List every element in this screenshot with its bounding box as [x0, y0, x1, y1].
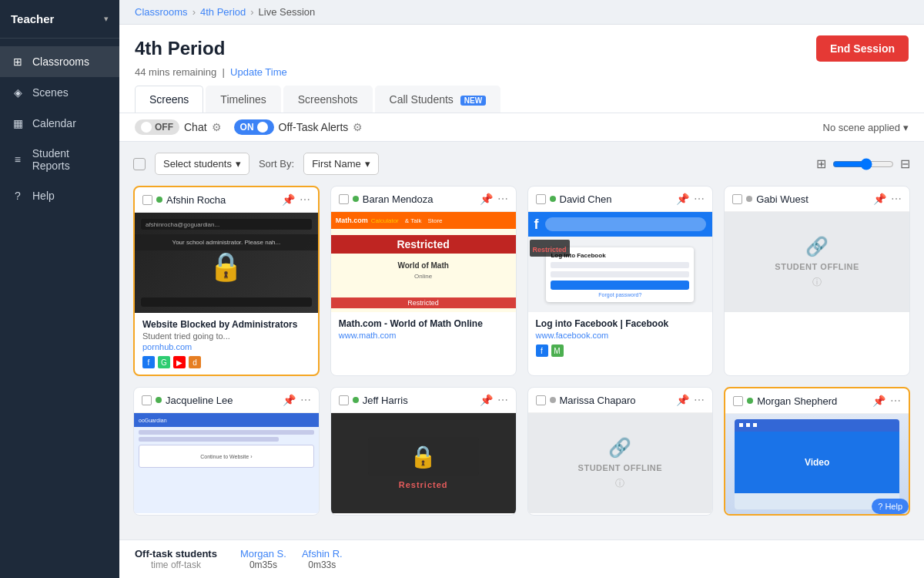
- page-header-top: 4th Period End Session: [135, 35, 909, 62]
- info-icon[interactable]: ⓘ: [812, 276, 822, 289]
- card-actions: 📌 ⋯: [873, 193, 902, 205]
- zoom-slider[interactable]: [832, 158, 894, 170]
- student-checkbox[interactable]: [733, 396, 743, 406]
- pin-icon[interactable]: 📌: [283, 394, 296, 406]
- sidebar-item-scenes[interactable]: ◈ Scenes: [0, 77, 119, 108]
- more-icon[interactable]: ⋯: [300, 193, 310, 206]
- sidebar-item-calendar[interactable]: ▦ Calendar: [0, 108, 119, 139]
- offtask-toggle-section: ON Off-Task Alerts ⚙: [234, 119, 363, 135]
- grid-large-icon[interactable]: ⊟: [900, 156, 910, 171]
- sidebar-item-help[interactable]: ? Help: [0, 180, 119, 211]
- more-icon[interactable]: ⋯: [890, 395, 901, 407]
- student1-link[interactable]: Morgan S.: [240, 548, 286, 560]
- student-checkbox[interactable]: [339, 194, 349, 204]
- math-header: Math.com Calculator & Talk Store: [331, 212, 516, 229]
- off-task-student2: Afshin R. 0m33s: [302, 548, 343, 570]
- student-checkbox[interactable]: [536, 194, 546, 204]
- student-checkbox[interactable]: [142, 195, 152, 205]
- chevron-down-icon: ▾: [236, 158, 241, 170]
- toggle-circle: [141, 122, 152, 133]
- time-remaining: 44 mins remaining | Update Time: [135, 66, 909, 78]
- pin-icon[interactable]: 📌: [676, 193, 689, 205]
- pin-icon[interactable]: 📌: [282, 193, 295, 206]
- card-header: Baran Mendoza 📌 ⋯: [331, 187, 516, 212]
- student-name: Marissa Chaparo: [560, 395, 636, 406]
- student-name-row: Gabi Wuest: [732, 193, 808, 205]
- student-checkbox[interactable]: [732, 194, 742, 204]
- card-screenshot-facebook: f Log into Facebook Forgot password?: [528, 212, 713, 312]
- tab-screenshots[interactable]: Screenshots: [283, 86, 373, 113]
- more-icon[interactable]: ⋯: [891, 193, 902, 205]
- pin-icon[interactable]: 📌: [676, 394, 689, 406]
- help-button[interactable]: ? Help: [872, 499, 909, 514]
- student-card-jacqueline: Jacqueline Lee 📌 ⋯ ooGuardian: [133, 387, 320, 516]
- card-header: Gabi Wuest 📌 ⋯: [725, 187, 909, 212]
- info-icon2[interactable]: ⓘ: [615, 477, 624, 490]
- student-name: Jacqueline Lee: [166, 395, 233, 406]
- student-name-row: Marissa Chaparo: [536, 395, 636, 406]
- card-actions: 📌 ⋯: [676, 193, 705, 205]
- toggle-circle2: [257, 122, 268, 133]
- card-header: Jeff Harris 📌 ⋯: [331, 388, 516, 413]
- pin-icon[interactable]: 📌: [480, 193, 493, 205]
- student-checkbox[interactable]: [339, 395, 349, 405]
- pin-icon[interactable]: 📌: [480, 394, 493, 406]
- reports-icon: ≡: [11, 153, 25, 166]
- chat-toggle[interactable]: OFF: [135, 119, 179, 135]
- offtask-toggle[interactable]: ON: [234, 119, 274, 135]
- student-card-afshin: Afshin Rocha 📌 ⋯ afshinrocha@goguardian.…: [133, 186, 320, 376]
- scene-selector[interactable]: No scene applied ▾: [823, 122, 909, 133]
- status-dot: [550, 397, 556, 403]
- sort-select[interactable]: First Name ▾: [303, 153, 379, 175]
- select-all-checkbox[interactable]: [133, 158, 146, 170]
- site-sub: Student tried going to...: [142, 331, 310, 341]
- student-checkbox[interactable]: [536, 395, 546, 405]
- card-screenshot-offline: 🔗 STUDENT OFFLINE ⓘ: [725, 212, 909, 312]
- grid-small-icon[interactable]: ⊞: [816, 156, 826, 171]
- breadcrumb-period[interactable]: 4th Period: [200, 6, 246, 18]
- site-title: Math.com - World of Math Online: [339, 318, 508, 329]
- help-icon: ?: [11, 189, 25, 203]
- pin-icon[interactable]: 📌: [872, 395, 886, 407]
- chat-label: Chat: [184, 121, 207, 133]
- breadcrumb-classrooms[interactable]: Classrooms: [135, 6, 188, 18]
- restricted-banner: Restricted: [331, 235, 516, 254]
- tab-call-students[interactable]: Call Students NEW: [375, 86, 501, 113]
- site-title: Log into Facebook | Facebook: [536, 318, 705, 329]
- student-name: Afshin Rocha: [166, 194, 226, 206]
- tab-timelines[interactable]: Timelines: [206, 86, 280, 113]
- sidebar-nav: ⊞ Classrooms ◈ Scenes ▦ Calendar ≡ Stude…: [0, 39, 119, 578]
- status-dot: [747, 398, 753, 404]
- card-screenshot-blocked: afshinrocha@goguardian... Your school ad…: [135, 213, 318, 313]
- status-dot: [746, 196, 752, 202]
- sidebar-item-label: Classrooms: [32, 55, 89, 68]
- select-students-dropdown[interactable]: Select students ▾: [155, 153, 249, 175]
- student-checkbox[interactable]: [142, 395, 152, 405]
- update-time-link[interactable]: Update Time: [230, 66, 287, 78]
- sidebar-item-student-reports[interactable]: ≡ Student Reports: [0, 139, 119, 180]
- sidebar-item-classrooms[interactable]: ⊞ Classrooms: [0, 46, 119, 77]
- student-name-row: Jeff Harris: [339, 395, 408, 406]
- more-icon[interactable]: ⋯: [694, 394, 705, 406]
- sidebar-title: Teacher: [11, 12, 54, 25]
- sort-by-label: Sort By:: [259, 158, 294, 170]
- breadcrumb-current: Live Session: [259, 6, 316, 18]
- card-actions: 📌 ⋯: [480, 193, 508, 205]
- end-session-button[interactable]: End Session: [816, 35, 909, 62]
- more-icon[interactable]: ⋯: [300, 394, 311, 406]
- card-screenshot-jacqueline: ooGuardian Continue to Website ›: [134, 413, 319, 513]
- tab-screens[interactable]: Screens: [135, 86, 203, 113]
- more-icon[interactable]: ⋯: [497, 394, 508, 406]
- breadcrumb-sep2: ›: [250, 6, 253, 18]
- pin-icon[interactable]: 📌: [873, 193, 886, 205]
- site-title: Website Blocked by Administrators: [142, 319, 310, 330]
- student-name: Morgan Shepherd: [757, 395, 837, 407]
- student2-link[interactable]: Afshin R.: [302, 548, 343, 560]
- card-header: Morgan Shepherd 📌 ⋯: [725, 388, 909, 414]
- chat-gear-icon[interactable]: ⚙: [212, 121, 222, 133]
- more-icon[interactable]: ⋯: [694, 193, 705, 205]
- chevron-down-icon[interactable]: ▾: [104, 14, 109, 24]
- student-card-morgan: Morgan Shepherd 📌 ⋯: [724, 387, 910, 516]
- more-icon[interactable]: ⋯: [497, 193, 508, 205]
- offtask-gear-icon[interactable]: ⚙: [353, 121, 363, 133]
